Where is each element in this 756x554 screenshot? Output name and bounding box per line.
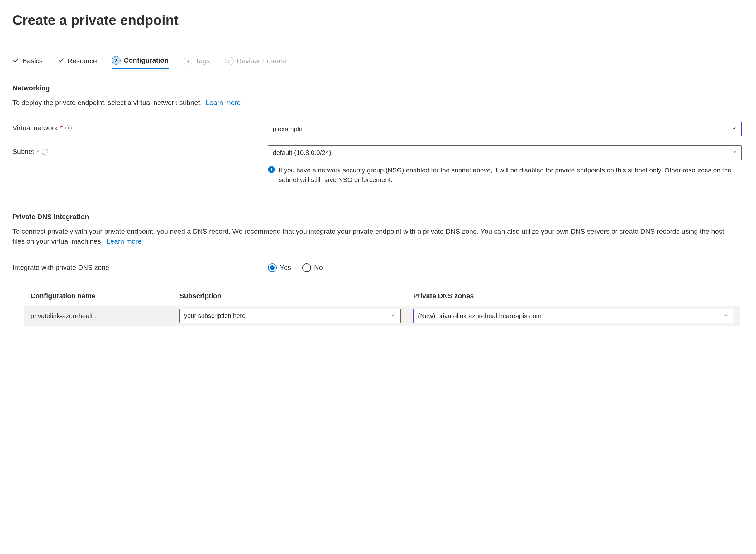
radio-no[interactable]: No [302,263,323,272]
tab-tags[interactable]: 4 Tags [183,57,210,68]
radio-label: Yes [280,264,291,272]
check-icon [58,57,64,65]
select-value: default (10.8.0.0/24) [273,149,331,156]
col-header-subscription: Subscription [179,292,413,300]
subscription-select[interactable]: your subscription here [179,309,401,323]
wizard-tabs: Basics Resource 3 Configuration 4 Tags 5… [12,56,744,69]
select-value: (New) privatelink.azurehealthcareapis.co… [418,312,542,320]
radio-icon [302,263,311,272]
label-text: Virtual network [12,124,58,132]
learn-more-link[interactable]: Learn more [206,99,241,107]
select-value: plexample [273,125,303,133]
subnet-row: Subnet * i default (10.8.0.0/24) i If yo… [12,145,744,185]
chevron-down-icon [390,312,396,320]
radio-yes[interactable]: Yes [268,263,291,272]
chevron-down-icon [732,125,737,133]
chevron-down-icon [723,312,728,320]
dns-zones-table: Configuration name Subscription Private … [24,289,740,326]
chevron-down-icon [732,149,737,156]
radio-icon [268,263,277,272]
col-header-config: Configuration name [24,292,179,300]
page-title: Create a private endpoint [12,12,744,28]
label-text: Subnet [12,148,34,156]
note-text: If you have a network security group (NS… [279,165,736,185]
dns-integration-section: Private DNS integration To connect priva… [12,213,744,326]
info-icon[interactable]: i [65,125,72,131]
virtual-network-select[interactable]: plexample [268,121,742,136]
table-row: privatelink-azurehealt... your subscript… [24,306,740,326]
virtual-network-row: Virtual network * i plexample [12,121,744,136]
tab-label: Review + create [237,57,286,65]
tab-label: Configuration [124,56,169,64]
tab-review-create[interactable]: 5 Review + create [225,57,286,68]
subnet-select[interactable]: default (10.8.0.0/24) [268,145,742,160]
required-icon: * [37,148,40,156]
info-icon[interactable]: i [42,149,48,155]
select-value: your subscription here [184,312,246,319]
integrate-dns-row: Integrate with private DNS zone Yes No [12,263,744,272]
section-title-dns: Private DNS integration [12,213,744,221]
col-header-dns-zones: Private DNS zones [413,292,740,300]
info-icon: i [268,166,275,173]
radio-label: No [314,264,323,272]
learn-more-link[interactable]: Learn more [107,237,142,245]
tab-resource[interactable]: Resource [58,57,97,68]
table-header: Configuration name Subscription Private … [24,289,740,306]
required-icon: * [60,124,63,132]
step-number-icon: 3 [112,56,121,65]
subnet-label: Subnet * i [12,145,268,156]
tab-basics[interactable]: Basics [12,57,43,68]
networking-section: Networking To deploy the private endpoin… [12,84,744,185]
desc-text: To deploy the private endpoint, select a… [12,99,202,107]
section-title-networking: Networking [12,84,744,92]
tab-label: Resource [68,57,97,65]
tab-label: Basics [22,57,43,65]
tab-label: Tags [196,57,210,65]
config-name-cell: privatelink-azurehealt... [24,312,179,320]
step-number-icon: 4 [183,57,192,65]
nsg-info-note: i If you have a network security group (… [268,165,736,185]
integrate-dns-label: Integrate with private DNS zone [12,264,268,272]
networking-description: To deploy the private endpoint, select a… [12,98,729,108]
tab-configuration[interactable]: 3 Configuration [112,56,169,69]
dns-description: To connect privately with your private e… [12,226,729,246]
step-number-icon: 5 [225,57,234,65]
virtual-network-label: Virtual network * i [12,121,268,132]
integrate-dns-radio-group: Yes No [268,263,323,272]
label-text: Integrate with private DNS zone [12,264,109,272]
check-icon [12,57,19,65]
private-dns-zone-select[interactable]: (New) privatelink.azurehealthcareapis.co… [413,309,733,323]
